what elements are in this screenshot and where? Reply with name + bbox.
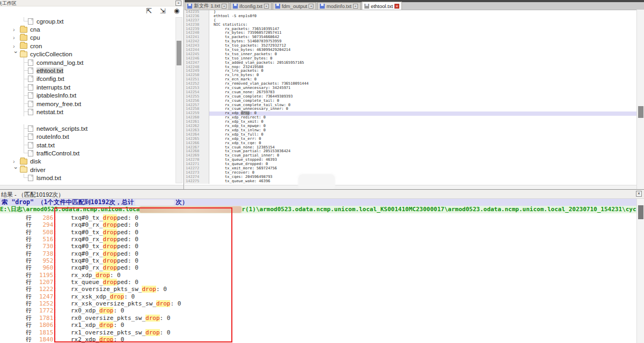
result-row[interactable]: 行1195:rx_xdp_drop: 0: [0, 271, 636, 278]
editor-vscroll-thumb[interactable]: [638, 106, 643, 118]
file-icon: [28, 59, 33, 66]
editor-line: 142236ethtool -S enp1s0f0: [185, 14, 636, 19]
editor-line-text: rx_lro_bytes: 0: [209, 73, 636, 78]
result-row[interactable]: 行516:rxq#0_rx_dropped: 0: [0, 235, 636, 242]
editor-line-text: {: [209, 19, 636, 23]
tab-fdm_output[interactable]: fdm_output×: [273, 2, 317, 10]
tree-item-iptablesInfo.txt[interactable]: iptablesInfo.txt: [0, 92, 175, 100]
save-icon: [233, 4, 238, 9]
result-row[interactable]: 行1815:rx1_oversize_pkts_sw_drop: 0: [0, 328, 636, 335]
file-icon: [28, 68, 33, 74]
result-row[interactable]: 行730:txq#0_tx_dropped: 0: [0, 242, 636, 249]
chevron-right-icon[interactable]: ›: [13, 159, 20, 164]
editor-vscrollbar[interactable]: [636, 10, 644, 189]
tree-item-stat.txt[interactable]: stat.txt: [0, 141, 175, 149]
result-row[interactable]: 行1772:rx0_xdp_drop: 0: [0, 306, 636, 313]
result-row[interactable]: 行952:txq#0_tx_dropped: 0: [0, 256, 636, 263]
line-number: 142275: [185, 180, 209, 184]
search-results-panel: 结果 - （匹配10192次） × 索 "drop" （1个文件中匹配到1019…: [0, 189, 644, 343]
result-row[interactable]: 行1781:rx0_oversize_pkts_sw_drop: 0: [0, 314, 636, 320]
tree-item-label: command_log.txt: [36, 59, 84, 66]
result-row[interactable]: 行1806:rx1_xdp_drop: 0: [0, 320, 636, 327]
close-tab-icon[interactable]: ×: [394, 4, 399, 9]
search-summary-suffix: 次）: [175, 199, 188, 206]
tab-modinfo.txt[interactable]: modinfo.txt×: [317, 2, 360, 10]
result-row-list: 行286:txq#0_tx_dropped: 0行294:rxq#0_rx_dr…: [0, 213, 636, 343]
result-row[interactable]: 行294:rxq#0_rx_dropped: 0: [0, 220, 636, 227]
results-vscroll-thumb[interactable]: [638, 205, 643, 219]
chevron-right-icon[interactable]: ›: [13, 35, 20, 40]
search-summary[interactable]: 索 "drop" （1个文件中匹配到10192次，总计次）: [0, 199, 644, 206]
result-row[interactable]: 行1222:rx_oversize_pkts_sw_drop: 0: [0, 285, 636, 292]
chevron-down-icon[interactable]: ›: [13, 167, 19, 173]
results-close-icon[interactable]: ×: [636, 191, 642, 197]
file-icon: [28, 150, 33, 156]
file-icon: [28, 125, 33, 132]
tree-item-trafficControl.txt[interactable]: trafficControl.txt: [0, 149, 175, 157]
result-file-path-prefix: E:\日志\armod0523.odata.ncmp.unicom.loca: [0, 206, 140, 213]
result-row[interactable]: 行960:rxq#0_rx_dropped: 0: [0, 263, 636, 270]
tree-hscrollbar[interactable]: [0, 185, 184, 189]
tree-item-interrupts.txt[interactable]: interrupts.txt: [0, 83, 175, 91]
tree-vscrollbar[interactable]: [175, 17, 182, 183]
result-row[interactable]: 行1247:rx_xsk_xdp_drop: 0: [0, 292, 636, 299]
tree-item-cna[interactable]: ›cna: [0, 25, 175, 33]
tree-item-netstat.txt[interactable]: netstat.txt: [0, 108, 175, 116]
redaction-blur: [140, 206, 241, 213]
tree-item-disk[interactable]: ›disk: [0, 158, 175, 166]
tree-item-lsmod.txt[interactable]: lsmod.txt: [0, 174, 175, 182]
file-icon: [28, 142, 33, 148]
locate-file-icon[interactable]: ◉: [174, 7, 179, 14]
editor-line-text: tx_nop: 232419588: [209, 65, 636, 70]
tree-item-ifconfig.txt[interactable]: ifconfig.txt: [0, 75, 175, 83]
tab-bar: 新文件 1.txt×ifconfig.txt×fdm_output×modinf…: [185, 2, 644, 10]
close-tab-icon[interactable]: ×: [264, 4, 269, 9]
close-tab-icon[interactable]: ×: [222, 4, 226, 9]
editor-line-text: rx_xdp_tx_xmit: 0: [209, 120, 636, 124]
chevron-right-icon[interactable]: ›: [13, 27, 20, 32]
close-tab-icon[interactable]: ×: [309, 4, 313, 9]
tree-item-label: cna: [30, 26, 40, 33]
tree-vscroll-thumb[interactable]: [177, 41, 181, 65]
tree-item-memory_free.txt[interactable]: memory_free.txt: [0, 100, 175, 108]
tree-item-ethtool.txt[interactable]: ethtool.txt: [0, 66, 175, 74]
workspace-panel: 夹工作区 × ⇱ ⇲ ◉ cgroup.txt›cna›cpu›cron›cyc…: [0, 0, 184, 189]
tree-item-command_log.txt[interactable]: command_log.txt: [0, 58, 175, 66]
tree-item-cron[interactable]: ›cron: [0, 42, 175, 50]
tree-item-routeInfo.txt[interactable]: routeInfo.txt: [0, 132, 175, 140]
folder-icon: [20, 35, 27, 41]
collapse-all-icon[interactable]: ⇲: [160, 7, 166, 15]
chevron-down-icon[interactable]: ›: [13, 51, 19, 57]
workspace-close-icon[interactable]: ×: [175, 1, 181, 6]
file-icon: [28, 76, 33, 82]
result-row[interactable]: 行1252:rx_xsk_oversize_pkts_sw_drop: 0: [0, 299, 636, 306]
tree-item-driver[interactable]: ›driver: [0, 166, 175, 174]
match-post: : 0: [170, 300, 181, 307]
tree-item-label: driver: [30, 167, 46, 173]
tree-item-cpu[interactable]: ›cpu: [0, 34, 175, 42]
editor-line: 142237{: [185, 19, 636, 23]
tree-item-label: ethtool.txt: [36, 68, 63, 74]
editor-hscrollbar[interactable]: [185, 185, 636, 189]
tree-item-cgroup.txt[interactable]: cgroup.txt: [0, 17, 175, 25]
result-row[interactable]: 行1840:rx2_xdp_drop: 0: [0, 335, 636, 342]
result-row[interactable]: 行286:txq#0_tx_dropped: 0: [0, 213, 636, 220]
tab-ethtool.txt[interactable]: ethtool.txt×: [362, 2, 402, 10]
app-window: 夹工作区 × ⇱ ⇲ ◉ cgroup.txt›cna›cpu›cron›cyc…: [0, 0, 644, 343]
tree-item-network_scripts.txt[interactable]: network_scripts.txt: [0, 124, 175, 132]
result-row[interactable]: 行508:txq#0_tx_dropped: 0: [0, 228, 636, 235]
editor-line-text: rx_xdp_tx_full: 0: [209, 133, 636, 137]
close-tab-icon[interactable]: ×: [353, 4, 358, 9]
expand-all-icon[interactable]: ⇱: [146, 7, 152, 15]
result-row[interactable]: 行738:rxq#0_rx_dropped: 0: [0, 249, 636, 256]
chevron-right-icon[interactable]: ›: [13, 43, 20, 49]
search-summary-prefix: 索 "drop" （1个文件中匹配到10192次，总计: [2, 199, 134, 206]
result-file-path[interactable]: E:\日志\armod0523.odata.ncmp.unicom.locar(…: [0, 206, 644, 213]
results-vscrollbar[interactable]: [636, 199, 644, 343]
result-row[interactable]: 行1207:tx_queue_dropped: 0: [0, 278, 636, 285]
editor-pane[interactable]: 142235}142236ethtool -S enp1s0f0142237{1…: [185, 10, 636, 185]
workspace-panel-titlebar: 夹工作区 ×: [0, 0, 184, 6]
tab-新文件 1.txt[interactable]: 新文件 1.txt×: [185, 2, 229, 10]
tree-item-cyclicCollection[interactable]: ›cyclicCollection: [0, 50, 175, 58]
tab-ifconfig.txt[interactable]: ifconfig.txt×: [230, 2, 272, 10]
